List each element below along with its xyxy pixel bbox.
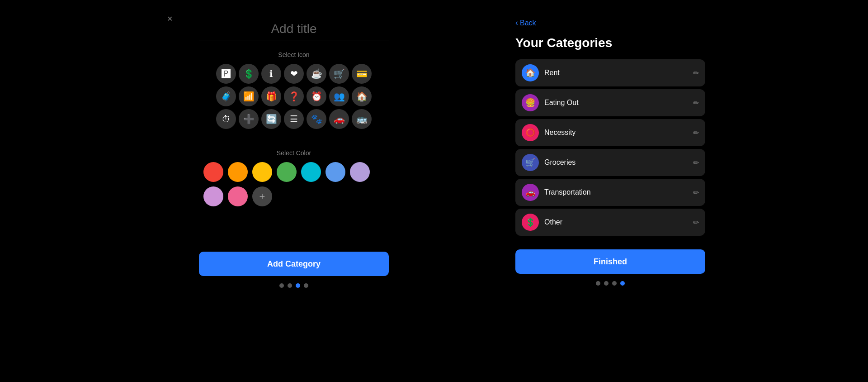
bus-icon[interactable]: 🚌 [352,109,372,129]
edit-category-button[interactable]: ✏ [693,218,699,227]
right-dot-2 [612,281,617,286]
category-name: Other [544,218,688,226]
car-icon[interactable]: 🚗 [329,109,349,129]
title-input[interactable] [199,18,389,40]
plus-circle-icon[interactable]: ➕ [239,109,259,129]
dollar-icon[interactable]: 💲 [239,64,259,84]
category-item: 🛒Groceries✏ [515,149,705,176]
color-blue[interactable] [326,162,345,182]
color-pink[interactable] [228,186,248,206]
cart-icon[interactable]: 🛒 [329,64,349,84]
back-button[interactable]: ‹ Back [515,18,705,28]
category-icon: 🏠 [522,64,539,81]
info-icon[interactable]: ℹ [261,64,281,84]
right-dot-3 [620,281,625,286]
select-icon-label: Select Icon [278,51,309,58]
back-label: Back [520,19,536,27]
select-color-label: Select Color [199,149,389,157]
home-icon[interactable]: 🏠 [352,86,372,106]
category-item: 🏠Rent✏ [515,59,705,86]
color-red[interactable] [203,162,223,182]
category-name: Necessity [544,129,688,137]
left-dot-1 [288,283,292,288]
right-dot-1 [604,281,609,286]
category-item: 🚗Transportation✏ [515,179,705,206]
timer-icon[interactable]: ⏱ [216,109,236,129]
category-icon: 🍔 [522,94,539,111]
left-dots [279,283,308,288]
right-dot-0 [596,281,600,286]
edit-category-button[interactable]: ✏ [693,69,699,77]
left-dot-3 [304,283,308,288]
edit-category-button[interactable]: ✏ [693,158,699,167]
coffee-icon[interactable]: ☕ [307,64,326,84]
categories-title: Your Categories [515,36,705,50]
left-dot-2 [296,283,300,288]
edit-category-button[interactable]: ✏ [693,99,699,107]
category-name: Eating Out [544,99,688,107]
edit-category-button[interactable]: ✏ [693,129,699,137]
category-icon: 🚗 [522,184,539,201]
color-purple[interactable] [350,162,370,182]
category-item: 💲Other✏ [515,209,705,236]
color-cyan[interactable] [301,162,321,182]
category-icon: 🛒 [522,154,539,171]
main-container: × Select Icon 🅿💲ℹ❤☕🛒💳🧳📶🎁❓⏰👥🏠⏱➕🔄☰🐾🚗🚌 Sele… [0,0,868,382]
category-name: Rent [544,69,688,77]
people-icon[interactable]: 👥 [329,86,349,106]
category-name: Groceries [544,158,688,167]
category-icon: ⭕ [522,124,539,141]
wifi-icon[interactable]: 📶 [239,86,259,106]
color-violet[interactable] [203,186,223,206]
divider-1 [199,141,389,141]
category-icon: 💲 [522,214,539,231]
add-color-button[interactable]: + [252,186,272,206]
finished-button[interactable]: Finished [515,249,705,274]
category-list: 🏠Rent✏🍔Eating Out✏⭕Necessity✏🛒Groceries✏… [515,59,705,236]
chevron-left-icon: ‹ [515,18,518,28]
left-dot-0 [279,283,284,288]
color-green[interactable] [277,162,297,182]
category-name: Transportation [544,188,688,196]
category-item: ⭕Necessity✏ [515,119,705,146]
bag-icon[interactable]: 🧳 [216,86,236,106]
icons-grid: 🅿💲ℹ❤☕🛒💳🧳📶🎁❓⏰👥🏠⏱➕🔄☰🐾🚗🚌 [216,64,372,129]
right-dots [515,281,705,286]
color-orange[interactable] [228,162,248,182]
close-button[interactable]: × [167,14,173,24]
right-panel: ‹ Back Your Categories 🏠Rent✏🍔Eating Out… [515,14,705,286]
question-icon[interactable]: ❓ [284,86,304,106]
heart-icon[interactable]: ❤ [284,64,304,84]
paw-icon[interactable]: 🐾 [307,109,326,129]
refresh-icon[interactable]: 🔄 [261,109,281,129]
left-panel: × Select Icon 🅿💲ℹ❤☕🛒💳🧳📶🎁❓⏰👥🏠⏱➕🔄☰🐾🚗🚌 Sele… [163,14,425,288]
parking-icon[interactable]: 🅿 [216,64,236,84]
color-yellow[interactable] [252,162,272,182]
gift-icon[interactable]: 🎁 [261,86,281,106]
color-section: Select Color + [199,149,389,206]
edit-category-button[interactable]: ✏ [693,188,699,197]
add-category-button[interactable]: Add Category [199,252,389,276]
alarm-icon[interactable]: ⏰ [307,86,326,106]
list-icon[interactable]: ☰ [284,109,304,129]
category-item: 🍔Eating Out✏ [515,89,705,116]
card-icon[interactable]: 💳 [352,64,372,84]
colors-grid: + [199,162,389,206]
